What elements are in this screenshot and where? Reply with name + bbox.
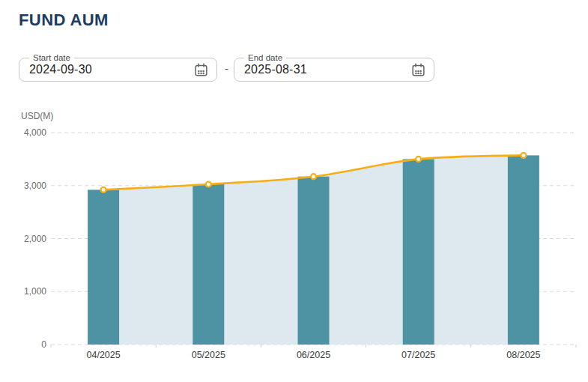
start-date-field[interactable]: Start date 2024-09-30 bbox=[19, 58, 217, 82]
y-tick-label: 2,000 bbox=[24, 234, 46, 244]
y-tick-label: 0 bbox=[41, 339, 46, 350]
date-range-separator: - bbox=[219, 58, 234, 82]
x-tick-label: 05/2025 bbox=[192, 350, 225, 360]
page-title: FUND AUM bbox=[19, 10, 109, 30]
calendar-icon[interactable] bbox=[410, 62, 426, 78]
line-marker[interactable] bbox=[521, 153, 526, 158]
bar[interactable] bbox=[193, 184, 224, 345]
bar[interactable] bbox=[88, 190, 119, 345]
x-tick-label: 08/2025 bbox=[506, 350, 540, 360]
fund-aum-page: FUND AUM Start date 2024-09-30 - End dat… bbox=[0, 0, 588, 382]
y-axis-unit-label: USD(M) bbox=[21, 111, 53, 121]
line-marker[interactable] bbox=[416, 157, 421, 162]
x-tick-label: 04/2025 bbox=[87, 350, 121, 360]
fund-aum-chart: 01,0002,0003,0004,000USD(M)04/202505/202… bbox=[0, 105, 588, 378]
y-tick-label: 4,000 bbox=[24, 127, 46, 138]
y-tick-label: 3,000 bbox=[24, 181, 46, 191]
chart-canvas: 01,0002,0003,0004,000USD(M)04/202505/202… bbox=[0, 105, 588, 378]
bar[interactable] bbox=[298, 177, 330, 345]
x-tick-label: 06/2025 bbox=[297, 350, 330, 360]
end-date-field[interactable]: End date 2025-08-31 bbox=[234, 58, 434, 82]
line-marker[interactable] bbox=[101, 187, 106, 192]
line-marker[interactable] bbox=[206, 182, 211, 187]
x-tick-label: 07/2025 bbox=[401, 350, 435, 360]
y-tick-label: 1,000 bbox=[24, 286, 46, 297]
start-date-value[interactable]: 2024-09-30 bbox=[29, 58, 92, 81]
line-marker[interactable] bbox=[311, 174, 316, 179]
bar[interactable] bbox=[508, 155, 539, 345]
end-date-value[interactable]: 2025-08-31 bbox=[244, 58, 307, 81]
bar[interactable] bbox=[403, 159, 434, 345]
calendar-icon[interactable] bbox=[193, 62, 209, 78]
